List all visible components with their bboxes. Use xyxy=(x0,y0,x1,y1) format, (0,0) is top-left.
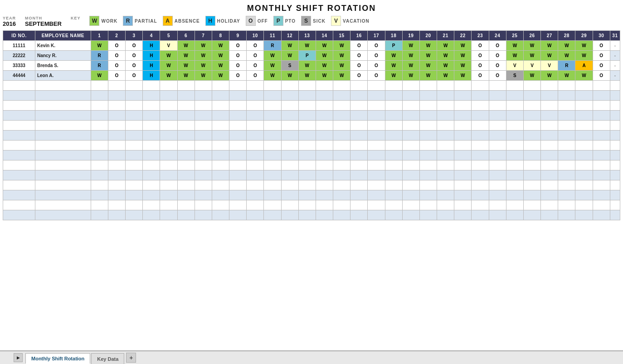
cell-day: V xyxy=(541,61,558,71)
empty-cell xyxy=(541,170,558,180)
empty-cell xyxy=(523,200,540,210)
cell-day: W xyxy=(419,41,437,51)
legend-badge-w: W xyxy=(89,16,99,26)
empty-cell xyxy=(212,141,229,150)
empty-cell xyxy=(160,180,177,190)
table-row xyxy=(3,170,620,180)
legend-label-w: WORK xyxy=(101,19,117,24)
empty-cell xyxy=(558,160,575,170)
empty-cell xyxy=(368,170,385,180)
empty-cell xyxy=(541,180,558,190)
add-sheet-button[interactable]: + xyxy=(126,353,136,363)
empty-cell xyxy=(333,170,350,180)
table-row xyxy=(3,121,620,131)
empty-cell xyxy=(298,121,316,131)
empty-cell xyxy=(247,190,264,200)
empty-cell xyxy=(610,121,620,131)
cell-day: W xyxy=(177,71,195,81)
empty-cell xyxy=(35,190,91,200)
empty-cell xyxy=(472,150,489,160)
empty-cell xyxy=(108,190,125,200)
empty-cell xyxy=(437,150,454,160)
empty-cell xyxy=(247,160,264,170)
cell-day: O xyxy=(368,41,385,51)
key-value xyxy=(71,20,81,27)
empty-cell xyxy=(506,150,523,160)
empty-cell xyxy=(489,150,506,160)
cell-day: R xyxy=(264,41,281,51)
header-day-31: 31 xyxy=(610,31,620,41)
empty-cell xyxy=(195,111,212,121)
empty-cell xyxy=(402,190,419,200)
empty-cell xyxy=(454,210,472,220)
sheet-tab-1[interactable]: Key Data xyxy=(91,353,124,364)
cell-day: W xyxy=(575,51,593,61)
empty-cell xyxy=(368,141,385,150)
empty-cell xyxy=(454,131,472,141)
legend-badge-v: V xyxy=(331,16,341,26)
empty-cell xyxy=(298,210,316,220)
empty-cell xyxy=(281,180,298,190)
empty-cell xyxy=(368,190,385,200)
empty-cell xyxy=(489,121,506,131)
cell-day: H xyxy=(143,51,160,61)
empty-cell xyxy=(229,111,247,121)
empty-cell xyxy=(333,101,350,111)
empty-cell xyxy=(35,101,91,111)
empty-cell xyxy=(472,121,489,131)
table-row xyxy=(3,81,620,91)
table-row xyxy=(3,131,620,141)
empty-cell xyxy=(229,190,247,200)
legend-badge-r: R xyxy=(123,16,133,26)
cell-day: W xyxy=(437,71,454,81)
empty-cell xyxy=(419,170,437,180)
empty-cell xyxy=(575,210,593,220)
cell-day: S xyxy=(281,61,298,71)
table-row xyxy=(3,91,620,101)
empty-cell xyxy=(108,121,125,131)
cell-day: O xyxy=(108,61,125,71)
header-day-20: 20 xyxy=(419,31,437,41)
empty-cell xyxy=(281,141,298,150)
cell-day: W xyxy=(333,51,350,61)
empty-cell xyxy=(91,101,108,111)
header-day-5: 5 xyxy=(160,31,177,41)
empty-cell xyxy=(143,170,160,180)
empty-cell xyxy=(593,210,610,220)
empty-cell xyxy=(472,111,489,121)
empty-cell xyxy=(506,200,523,210)
cell-day: W xyxy=(523,71,540,81)
empty-cell xyxy=(125,141,142,150)
cell-day: W xyxy=(316,41,333,51)
empty-cell xyxy=(298,101,316,111)
empty-cell xyxy=(281,101,298,111)
empty-cell xyxy=(177,200,195,210)
cell-day: H xyxy=(143,61,160,71)
empty-cell xyxy=(402,121,419,131)
empty-cell xyxy=(316,150,333,160)
empty-cell xyxy=(3,190,35,200)
cell-day: W xyxy=(541,51,558,61)
empty-cell xyxy=(350,141,368,150)
shift-table: ID NO.EMPLOYEE NAME123456789101112131415… xyxy=(3,30,620,220)
empty-cell xyxy=(437,210,454,220)
empty-cell xyxy=(35,170,91,180)
header-day-17: 17 xyxy=(368,31,385,41)
cell-day: H xyxy=(143,41,160,51)
empty-cell xyxy=(333,121,350,131)
empty-cell xyxy=(298,170,316,180)
cell-day: W xyxy=(385,71,402,81)
empty-cell xyxy=(108,111,125,121)
empty-cell xyxy=(523,91,540,101)
sheet-tab-0[interactable]: Monthly Shift Rotation xyxy=(25,353,90,364)
empty-cell xyxy=(177,160,195,170)
empty-cell xyxy=(316,111,333,121)
cell-day: O xyxy=(229,51,247,61)
empty-cell xyxy=(454,81,472,91)
tab-nav-button[interactable]: ▶ xyxy=(14,353,23,362)
empty-cell xyxy=(454,180,472,190)
empty-cell xyxy=(558,81,575,91)
cell-day: W xyxy=(454,71,472,81)
empty-cell xyxy=(316,141,333,150)
cell-day: W xyxy=(402,51,419,61)
